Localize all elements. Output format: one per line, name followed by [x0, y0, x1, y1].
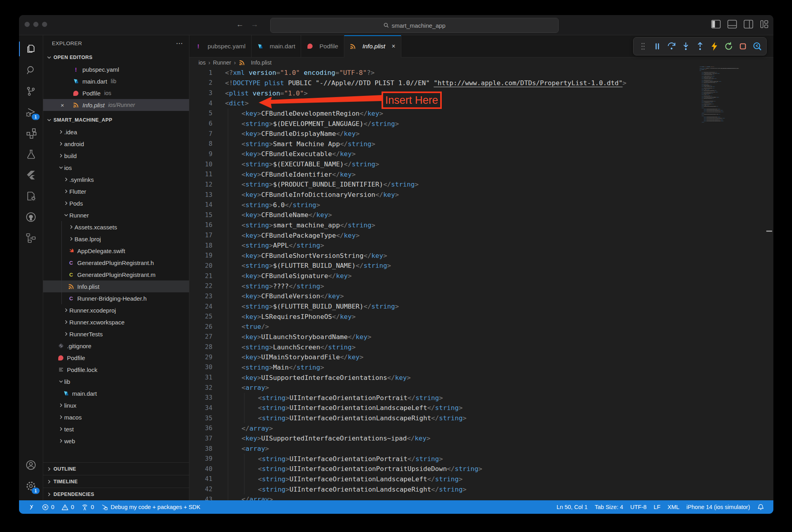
- section-project[interactable]: SMART_MACHINE_APP: [43, 114, 189, 126]
- section-open-editors[interactable]: OPEN EDITORS: [43, 51, 189, 63]
- close-window-icon[interactable]: [25, 22, 30, 27]
- code-line[interactable]: 18<string>APPL</string>: [189, 240, 773, 251]
- close-icon[interactable]: ×: [391, 43, 395, 50]
- code-line[interactable]: 22<string>????</string>: [189, 281, 773, 291]
- code-line[interactable]: 42<string>UIInterfaceOrientationLandscap…: [189, 484, 773, 494]
- code-line[interactable]: 40<string>UIInterfaceOrientationPortrait…: [189, 464, 773, 474]
- tree-item-Podfile[interactable]: Podfile: [43, 352, 189, 364]
- tab-Info.plist[interactable]: Info.plist×: [344, 35, 401, 57]
- section-outline[interactable]: OUTLINE: [43, 462, 189, 475]
- breadcrumb-item[interactable]: Info.plist: [251, 59, 271, 66]
- status-bell[interactable]: [754, 503, 768, 511]
- tree-item-.idea[interactable]: .idea: [43, 126, 189, 138]
- status-debug[interactable]: Debug my code + packages + SDK: [97, 500, 204, 514]
- code-line[interactable]: 3<plist version="1.0">: [189, 88, 773, 98]
- command-center-search[interactable]: smart_machine_app: [270, 18, 559, 33]
- code-line[interactable]: 19<key>CFBundleShortVersionString</key>: [189, 251, 773, 261]
- activity-flutter-icon[interactable]: [19, 164, 43, 185]
- tree-item-AppDelegate.swift[interactable]: AppDelegate.swift: [43, 245, 189, 257]
- code-line[interactable]: 16<string>smart_machine_app</string>: [189, 220, 773, 231]
- status-ports[interactable]: 0: [78, 500, 97, 514]
- tab-Podfile[interactable]: Podfile: [301, 35, 344, 57]
- forward-arrow-icon[interactable]: →: [251, 20, 258, 29]
- activity-references-icon[interactable]: [19, 227, 43, 248]
- tree-item-GeneratedPluginRegistrant.m[interactable]: CGeneratedPluginRegistrant.m: [43, 269, 189, 280]
- step-out-icon[interactable]: [694, 40, 706, 53]
- code-line[interactable]: 25<key>LSRequiresIPhoneOS</key>: [189, 311, 773, 322]
- tree-item-Runner.xcworkspace[interactable]: Runner.xcworkspace: [43, 316, 189, 328]
- code-line[interactable]: 39<string>UIInterfaceOrientationPortrait…: [189, 454, 773, 464]
- code-line[interactable]: 2<!DOCTYPE plist PUBLIC "-//Apple//DTD P…: [189, 78, 773, 88]
- code-line[interactable]: 13<key>CFBundleInfoDictionaryVersion</ke…: [189, 190, 773, 200]
- restart-icon[interactable]: [722, 40, 735, 53]
- code-line[interactable]: 6<string>$(DEVELOPMENT_LANGUAGE)</string…: [189, 118, 773, 129]
- code-line[interactable]: 8<string>Smart Machine App</string>: [189, 139, 773, 149]
- code-line[interactable]: 1<?xml version="1.0" encoding="UTF-8"?>: [189, 68, 773, 78]
- status-UTF-8[interactable]: UTF-8: [627, 504, 650, 510]
- hot-reload-icon[interactable]: [708, 40, 720, 53]
- status-remote[interactable]: [25, 500, 38, 514]
- code-line[interactable]: 7<key>CFBundleDisplayName</key>: [189, 129, 773, 139]
- tree-item-test[interactable]: test: [43, 423, 189, 435]
- code-line[interactable]: 23<key>CFBundleVersion</key>: [189, 291, 773, 301]
- code-line[interactable]: 20<string>$(FLUTTER_BUILD_NAME)</string>: [189, 261, 773, 271]
- toggle-panel-icon[interactable]: [727, 20, 737, 29]
- code-line[interactable]: 11<key>CFBundleIdentifier</key>: [189, 169, 773, 179]
- status-LF[interactable]: LF: [650, 504, 664, 510]
- step-over-icon[interactable]: [665, 40, 677, 53]
- activity-github-icon[interactable]: [19, 206, 43, 227]
- code-line[interactable]: 26<true/>: [189, 322, 773, 332]
- tree-item-lib[interactable]: lib: [43, 376, 189, 387]
- open-editor-pubspec.yaml[interactable]: !pubspec.yaml: [43, 63, 189, 75]
- code-line[interactable]: 5<key>CFBundleDevelopmentRegion</key>: [189, 109, 773, 119]
- activity-search-icon[interactable]: [19, 59, 43, 80]
- stop-icon[interactable]: [737, 40, 749, 53]
- code-line[interactable]: 33<string>UIInterfaceOrientationPortrait…: [189, 393, 773, 403]
- tree-item-ios[interactable]: ios: [43, 162, 189, 174]
- tree-item-Runner-Bridging-Header.h[interactable]: CRunner-Bridging-Header.h: [43, 292, 189, 304]
- tab-main.dart[interactable]: main.dart: [252, 35, 302, 57]
- tree-item-Info.plist[interactable]: Info.plist: [43, 280, 189, 292]
- tree-item-Pods[interactable]: Pods: [43, 197, 189, 209]
- code-line[interactable]: 24<string>$(FLUTTER_BUILD_NUMBER)</strin…: [189, 301, 773, 312]
- activity-run-debug-icon[interactable]: 1: [19, 101, 43, 122]
- tree-item-android[interactable]: android: [43, 138, 189, 150]
- open-editor-Podfile[interactable]: Podfileios: [43, 87, 189, 99]
- code-line[interactable]: 17<key>CFBundlePackageType</key>: [189, 230, 773, 240]
- tree-item-web[interactable]: web: [43, 435, 189, 447]
- section-dependencies[interactable]: DEPENDENCIES: [43, 488, 189, 500]
- activity-app-tools-icon[interactable]: [19, 185, 43, 206]
- tree-item-RunnerTests[interactable]: RunnerTests: [43, 328, 189, 340]
- inspector-icon[interactable]: [751, 40, 763, 53]
- code-editor[interactable]: 1<?xml version="1.0" encoding="UTF-8"?>2…: [189, 68, 773, 500]
- code-line[interactable]: 27<key>UILaunchStoryboardName</key>: [189, 332, 773, 342]
- tree-item-Runner[interactable]: Runner: [43, 209, 189, 221]
- tree-item-Base.lproj[interactable]: Base.lproj: [43, 233, 189, 245]
- code-line[interactable]: 30<string>Main</string>: [189, 362, 773, 373]
- tree-item-Assets.xcassets[interactable]: Assets.xcassets: [43, 221, 189, 233]
- code-line[interactable]: 37<key>UISupportedInterfaceOrientations~…: [189, 433, 773, 444]
- zoom-window-icon[interactable]: [42, 22, 47, 27]
- tree-item-macos[interactable]: macos: [43, 411, 189, 423]
- activity-testing-icon[interactable]: [19, 143, 43, 164]
- status-errors[interactable]: 0: [38, 500, 58, 514]
- code-line[interactable]: 35<string>UIInterfaceOrientationLandscap…: [189, 413, 773, 423]
- more-actions-icon[interactable]: ⋯: [176, 39, 183, 48]
- activity-explorer-icon[interactable]: [19, 38, 43, 59]
- breadcrumb-item[interactable]: ios: [198, 59, 206, 66]
- section-timeline[interactable]: TIMELINE: [43, 475, 189, 488]
- tree-item-Flutter[interactable]: Flutter: [43, 185, 189, 197]
- activity-source-control-icon[interactable]: [19, 80, 43, 101]
- pause-icon[interactable]: [651, 40, 663, 53]
- tree-item-.gitignore[interactable]: .gitignore: [43, 340, 189, 352]
- breadcrumb-item[interactable]: Runner: [213, 59, 231, 66]
- tree-item-linux[interactable]: linux: [43, 399, 189, 411]
- close-icon[interactable]: ×: [61, 102, 64, 109]
- open-editor-main.dart[interactable]: main.dartlib: [43, 75, 189, 87]
- back-arrow-icon[interactable]: ←: [236, 20, 244, 29]
- code-line[interactable]: 32<array>: [189, 383, 773, 393]
- code-line[interactable]: 9<key>CFBundleExecutable</key>: [189, 149, 773, 159]
- open-editor-Info.plist[interactable]: ×Info.plistios/Runner: [43, 99, 189, 111]
- status-warnings[interactable]: 0: [58, 500, 78, 514]
- step-into-icon[interactable]: [679, 40, 692, 53]
